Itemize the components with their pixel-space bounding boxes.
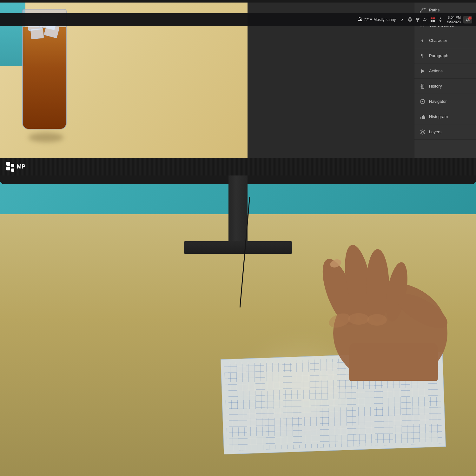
histogram-icon [420,114,426,120]
clock-date: 5/5/2023 [447,20,461,24]
paragraph-label: Paragraph [429,53,448,58]
character-icon: A [420,37,426,44]
history-label: History [429,84,442,89]
svg-point-39 [348,313,369,325]
weather-widget[interactable]: 🌤 77°F Mostly sunny [357,17,396,23]
background-scene: Paths Clone Source A [0,0,476,476]
monitor-stand-base [184,241,292,254]
panel-item-navigator[interactable]: Navigator [414,94,476,109]
svg-rect-27 [433,17,435,19]
svg-point-17 [424,101,425,102]
svg-text:A: A [420,38,423,43]
paragraph-icon: ¶ [420,53,426,59]
panel-item-actions[interactable]: Actions [414,63,476,79]
notification-badge: 1 [468,17,472,20]
taskbar: 🌤 77°F Mostly sunny ∧ [0,13,476,26]
brand-square-4 [11,169,14,172]
svg-rect-26 [431,17,433,19]
navigator-icon [420,98,426,105]
weather-icon: 🌤 [357,17,362,23]
system-tray-wifi[interactable] [415,17,420,23]
svg-point-40 [367,314,387,326]
system-tray: ∧ [400,17,443,23]
ice-cube-3 [30,28,44,39]
glass-liquid [23,27,66,129]
svg-rect-21 [424,116,425,119]
brand-square-1 [6,162,10,166]
svg-point-34 [366,249,389,322]
actions-label: Actions [429,69,443,73]
system-tray-chevron[interactable]: ∧ [400,17,405,23]
layers-icon [420,129,426,135]
svg-point-16 [421,101,421,102]
monitor-outer-bezel: Paths Clone Source A [0,0,476,184]
system-tray-app[interactable] [430,17,436,23]
datetime-display[interactable]: 8:04 PM 5/5/2023 [447,15,461,24]
panel-item-layers[interactable]: Layers [414,124,476,140]
svg-marker-7 [421,69,425,73]
svg-rect-20 [423,115,424,119]
panel-item-history[interactable]: History [414,79,476,94]
glass-body [22,9,67,129]
paths-label: Paths [429,8,440,12]
system-tray-pen[interactable] [438,17,443,23]
brand-text: MP [17,163,25,170]
weather-temperature: 77°F [364,17,372,22]
hand-illustration [301,222,476,381]
svg-point-15 [422,103,423,103]
panel-item-paragraph[interactable]: ¶ Paragraph [414,48,476,63]
brand-icon [6,162,14,172]
svg-rect-29 [433,20,435,22]
svg-rect-37 [349,343,438,381]
svg-point-12 [421,86,422,87]
brand-square-3 [11,164,14,167]
brand-square-2 [6,167,10,170]
svg-rect-18 [420,117,421,119]
hand-area [286,222,476,381]
svg-point-14 [422,100,423,100]
svg-point-25 [417,21,418,22]
character-label: Character [429,38,447,43]
actions-icon [420,68,426,74]
svg-rect-28 [431,20,433,22]
notification-button[interactable]: 1 [463,16,472,23]
layers-label: Layers [429,129,441,134]
glass-shadow [29,133,63,142]
panel-item-histogram[interactable]: Histogram [414,109,476,124]
svg-point-30 [440,20,441,21]
clock-time: 8:04 PM [448,15,461,20]
system-tray-cloud[interactable] [422,17,428,23]
svg-point-2 [422,8,423,9]
system-tray-print[interactable] [407,17,413,23]
monitor-brand: MP [6,162,25,172]
history-icon [420,83,426,89]
navigator-label: Navigator [429,99,447,104]
panel-item-character[interactable]: A Character [414,33,476,48]
weather-condition: Mostly sunny [374,17,396,22]
monitor-stand-neck [228,175,248,245]
paths-icon [420,7,426,13]
svg-text:¶: ¶ [421,53,423,58]
histogram-label: Histogram [429,114,448,119]
monitor-bottom-bezel: MP [0,158,476,175]
svg-rect-19 [422,116,423,119]
